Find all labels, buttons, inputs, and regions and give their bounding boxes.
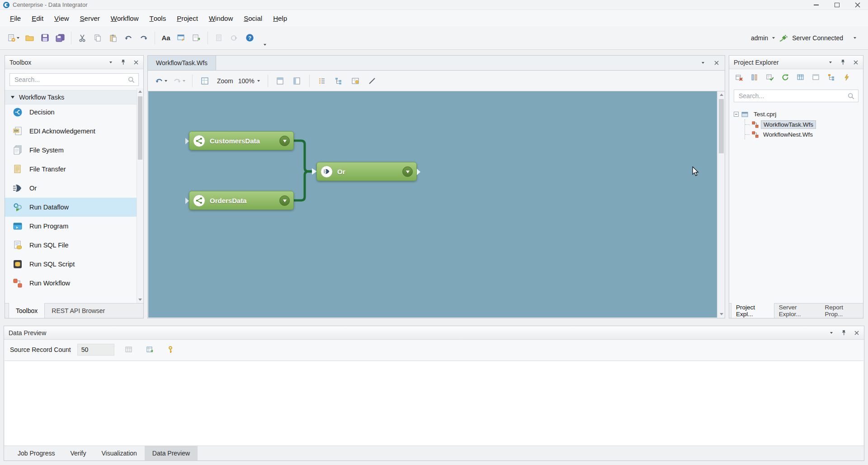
close-panel-button[interactable] (853, 329, 860, 336)
export-data-button[interactable] (145, 344, 156, 356)
layout-tree-button[interactable] (331, 72, 346, 90)
toolbox-item-or[interactable]: Or (5, 179, 137, 198)
window-position-button[interactable] (107, 59, 114, 66)
toolbox-item-run-sql-file[interactable]: Run SQL File (5, 236, 137, 255)
menu-social[interactable]: Social (238, 10, 268, 26)
menu-tools[interactable]: Tools (144, 10, 171, 26)
menu-window[interactable]: Window (203, 10, 238, 26)
menu-workflow[interactable]: Workflow (105, 10, 144, 26)
tab-report-properties[interactable]: Report Prop... (821, 304, 863, 318)
pin-button[interactable] (840, 329, 847, 336)
menu-file[interactable]: File (5, 10, 26, 26)
toolbox-item-run-sql-script[interactable]: Run SQL Script (5, 255, 137, 274)
help-button[interactable]: ? (242, 29, 257, 47)
toolbox-item-decision[interactable]: Decision (5, 103, 137, 122)
redo-button[interactable] (137, 29, 151, 47)
collapse-icon[interactable] (734, 112, 739, 117)
maximize-button[interactable] (826, 0, 847, 9)
menu-project[interactable]: Project (171, 10, 203, 26)
pin-button[interactable] (840, 59, 846, 66)
toolbox-item-run-program[interactable]: Run Program (5, 217, 137, 236)
tree-node-workflowtask[interactable]: WorkflowTask.Wfs (745, 119, 859, 129)
window-position-button[interactable] (827, 59, 834, 66)
project-search-input[interactable] (738, 92, 845, 100)
toolbox-item-file-transfer[interactable]: File Transfer (5, 160, 137, 179)
toolbox-item-edi-acknowledgement[interactable]: EDI EDI Acknowledgement (5, 122, 137, 141)
fit-page-button[interactable] (273, 72, 288, 90)
tab-data-preview[interactable]: Data Preview (145, 446, 198, 460)
tab-job-progress[interactable]: Job Progress (10, 446, 62, 460)
tab-workflowtask-wfs[interactable]: WorkflowTask.Wfs (148, 56, 216, 70)
tree-node-project[interactable]: Test.cprj (734, 109, 859, 119)
tab-verify[interactable]: Verify (62, 446, 94, 460)
undo-button[interactable] (121, 29, 136, 47)
menu-view[interactable]: View (49, 10, 75, 26)
toolbox-search-input[interactable] (14, 76, 125, 84)
scroll-up-icon[interactable] (137, 88, 143, 95)
preview-grid-button[interactable] (348, 72, 363, 90)
close-panel-button[interactable] (852, 59, 859, 66)
auto-layout-button[interactable] (315, 72, 329, 90)
scroll-down-icon[interactable] (718, 311, 725, 318)
toolbar-overflow-button[interactable] (258, 40, 272, 49)
new-document-button[interactable] (5, 29, 21, 47)
expand-tree-button[interactable] (826, 71, 837, 83)
show-keys-button[interactable] (165, 344, 176, 356)
tab-visualization[interactable]: Visualization (94, 446, 145, 460)
view-details-button[interactable] (811, 71, 821, 83)
export-image-button[interactable] (198, 72, 212, 90)
document-list-button[interactable] (699, 60, 706, 66)
tree-node-workflownest[interactable]: WorkflowNest.Wfs (745, 129, 859, 139)
user-menu-label[interactable]: admin (751, 34, 768, 42)
scroll-up-icon[interactable] (718, 91, 725, 98)
tab-rest-api-browser[interactable]: REST API Browser (45, 304, 112, 318)
node-or[interactable]: Or (316, 162, 417, 181)
toolbox-scrollbar[interactable] (137, 88, 143, 303)
straight-link-button[interactable] (365, 72, 379, 90)
scrollbar-thumb[interactable] (719, 99, 724, 153)
canvas-vertical-scrollbar[interactable] (717, 91, 725, 318)
open-button[interactable] (22, 29, 37, 47)
verify-project-button[interactable] (764, 71, 775, 83)
menu-help[interactable]: Help (268, 10, 292, 26)
paste-button[interactable] (106, 29, 120, 47)
save-all-button[interactable] (53, 29, 67, 47)
remove-from-project-button[interactable] (734, 71, 745, 83)
minimize-button[interactable] (806, 0, 826, 9)
close-panel-button[interactable] (132, 59, 139, 66)
node-dropdown-button[interactable] (279, 195, 290, 206)
save-button[interactable] (38, 29, 52, 47)
toolbox-item-run-dataflow[interactable]: Run Dataflow (5, 198, 137, 217)
node-dropdown-button[interactable] (402, 166, 413, 177)
node-customersdata[interactable]: CustomersData (189, 131, 294, 150)
node-ordersdata[interactable]: OrdersData (189, 191, 294, 210)
verify-window-button[interactable] (174, 29, 189, 47)
designer-undo-button[interactable] (153, 72, 169, 90)
record-count-input[interactable] (77, 344, 114, 356)
pin-button[interactable] (120, 59, 127, 66)
fit-width-button[interactable] (290, 72, 304, 90)
toolbox-item-file-system[interactable]: File System (5, 141, 137, 160)
undo-history-chevron-icon[interactable] (165, 80, 167, 82)
design-canvas[interactable]: CustomersData Or OrdersData (148, 91, 717, 318)
view-grid-button[interactable] (795, 71, 806, 83)
window-position-button[interactable] (828, 329, 835, 336)
menu-edit[interactable]: Edit (26, 10, 49, 26)
tab-server-explorer[interactable]: Server Explor... (774, 304, 821, 318)
scroll-down-icon[interactable] (137, 296, 143, 303)
node-dropdown-button[interactable] (279, 136, 290, 146)
cut-button[interactable] (75, 29, 90, 47)
menu-server[interactable]: Server (75, 10, 105, 26)
close-button[interactable] (847, 0, 868, 9)
toolbar-options-chevron-icon[interactable] (854, 37, 856, 39)
toolbox-item-run-workflow[interactable]: Run Workflow (5, 274, 137, 293)
zoom-select[interactable]: 100% (236, 76, 263, 86)
run-project-button[interactable] (841, 71, 852, 83)
user-menu-chevron-icon[interactable] (772, 37, 775, 39)
transfer-button[interactable] (189, 29, 204, 47)
compare-button[interactable] (749, 71, 760, 83)
copy-button[interactable] (90, 29, 105, 47)
close-document-button[interactable] (713, 60, 720, 66)
tab-toolbox[interactable]: Toolbox (9, 303, 45, 318)
font-style-button[interactable]: Aa (159, 29, 173, 47)
